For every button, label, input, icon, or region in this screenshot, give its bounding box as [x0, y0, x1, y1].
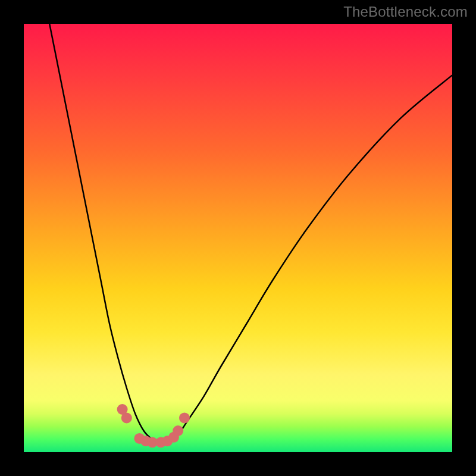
plot-area: [24, 24, 452, 452]
trough-marker: [121, 412, 132, 423]
bottleneck-curve-svg: [24, 24, 452, 452]
trough-marker: [179, 412, 190, 423]
watermark-text: TheBottleneck.com: [343, 4, 468, 20]
trough-marker: [173, 425, 183, 436]
chart-frame: TheBottleneck.com: [0, 0, 476, 476]
trough-markers: [117, 404, 190, 447]
bottleneck-curve: [49, 24, 452, 443]
